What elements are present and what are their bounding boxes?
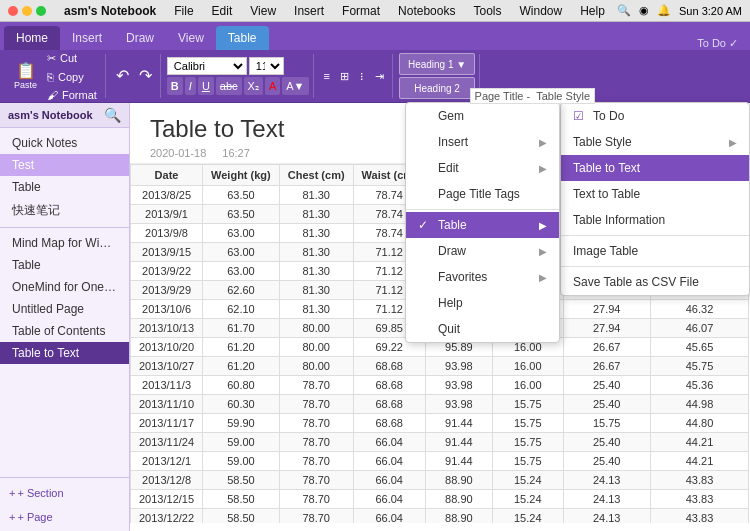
table-cell: 88.90 (425, 509, 492, 524)
submenu-table[interactable]: ✓ Table ▶ (406, 212, 559, 238)
submenu-insert-label: Insert (438, 135, 468, 149)
bullets-button[interactable]: ≡ (320, 68, 334, 84)
table-cell: 91.44 (425, 414, 492, 433)
paste-button[interactable]: 📋 Paste (10, 61, 41, 92)
cut-button[interactable]: ✂ Cut (43, 50, 101, 67)
table-cell: 93.98 (425, 376, 492, 395)
indent-icon: ⇥ (375, 70, 384, 83)
menu-window[interactable]: Window (511, 2, 570, 20)
table-arrow: ▶ (539, 220, 547, 231)
page-tabletotext[interactable]: Table to Text (0, 342, 129, 364)
clock: Sun 3:20 AM (679, 5, 742, 17)
format-button[interactable]: 🖌 Format (43, 87, 101, 103)
align-button[interactable]: ⫶ (355, 68, 369, 84)
tab-table[interactable]: Table (216, 26, 269, 50)
page-mindmap[interactable]: Mind Map for Wind... (0, 232, 129, 254)
heading1-button[interactable]: Heading 1 ▼ (399, 53, 475, 75)
styles-group: Heading 1 ▼ Heading 2 (395, 54, 480, 98)
submenu-gem[interactable]: Gem (406, 103, 559, 129)
submenu-help[interactable]: Help (406, 290, 559, 316)
menu-tablestyle[interactable]: Table Style ▶ (561, 129, 749, 155)
heading2-button[interactable]: Heading 2 (399, 77, 475, 99)
minimize-button[interactable] (22, 6, 32, 16)
maximize-button[interactable] (36, 6, 46, 16)
menu-file[interactable]: File (166, 2, 201, 20)
font-size-select[interactable]: 11 (249, 57, 284, 75)
table-cell: 78.70 (279, 414, 353, 433)
table-cell: 2013/11/17 (131, 414, 203, 433)
font-color-button[interactable]: A (265, 77, 280, 95)
menu-imagetable[interactable]: Image Table (561, 238, 749, 264)
sidebar-search-button[interactable]: 🔍 (104, 107, 121, 123)
menu-tabletotext[interactable]: Table to Text (561, 155, 749, 181)
indent-button[interactable]: ⇥ (371, 68, 388, 85)
table-row: 2013/10/2761.2080.0068.6893.9816.0026.67… (131, 357, 749, 376)
submenu-pagetitletags[interactable]: Page Title Tags (406, 181, 559, 207)
submenu-favorites[interactable]: Favorites ▶ (406, 264, 559, 290)
heading-buttons: Heading 1 ▼ Heading 2 (399, 53, 475, 99)
sidebar-item-table[interactable]: Table (0, 176, 129, 198)
page-tableofcontents[interactable]: Table of Contents (0, 320, 129, 342)
menu-savecsv[interactable]: Save Table as CSV File (561, 269, 749, 295)
menu-tableinfo[interactable]: Table Information (561, 207, 749, 233)
italic-button[interactable]: I (185, 77, 196, 95)
tab-insert[interactable]: Insert (60, 26, 114, 50)
add-section-button[interactable]: + + Section (6, 484, 123, 502)
tab-view[interactable]: View (166, 26, 216, 50)
page-date: 2020-01-18 (150, 147, 206, 159)
app-name[interactable]: asm's Notebook (56, 2, 164, 20)
font-family-select[interactable]: Calibri (167, 57, 247, 75)
page-table[interactable]: Table (0, 254, 129, 276)
menu-view[interactable]: View (242, 2, 284, 20)
underline-button[interactable]: U (198, 77, 214, 95)
table-cell: 44.80 (650, 414, 748, 433)
table-cell: 46.07 (650, 319, 748, 338)
menu-help[interactable]: Help (572, 2, 613, 20)
tab-home[interactable]: Home (4, 26, 60, 50)
draw-arrow: ▶ (539, 246, 547, 257)
menu-tools[interactable]: Tools (465, 2, 509, 20)
page-untitled[interactable]: Untitled Page (0, 298, 129, 320)
sidebar-item-quicknotes[interactable]: Quick Notes (0, 132, 129, 154)
menu-texttotable[interactable]: Text to Table (561, 181, 749, 207)
numbering-button[interactable]: ⊞ (336, 68, 353, 85)
submenu-edit[interactable]: Edit ▶ (406, 155, 559, 181)
undo-button[interactable]: ↶ (112, 66, 133, 86)
favorites-arrow: ▶ (539, 272, 547, 283)
submenu-insert[interactable]: Insert ▶ (406, 129, 559, 155)
tab-draw[interactable]: Draw (114, 26, 166, 50)
font-controls: Calibri 11 B I U abc X₂ A A▼ (167, 57, 309, 95)
search-icon[interactable]: 🔍 (617, 4, 631, 17)
close-button[interactable] (8, 6, 18, 16)
notification-icon[interactable]: 🔔 (657, 4, 671, 17)
table-header-cell: Date (131, 165, 203, 186)
page-onemind[interactable]: OneMind for OneNo... (0, 276, 129, 298)
table-cell: 44.21 (650, 433, 748, 452)
redo-button[interactable]: ↷ (135, 66, 156, 86)
submenu-quit[interactable]: Quit (406, 316, 559, 342)
sidebar-header: asm's Notebook 🔍 (0, 103, 129, 128)
menu-edit[interactable]: Edit (204, 2, 241, 20)
table-cell: 46.32 (650, 300, 748, 319)
strikethrough-button[interactable]: abc (216, 77, 242, 95)
menu-insert[interactable]: Insert (286, 2, 332, 20)
menu-format[interactable]: Format (334, 2, 388, 20)
bold-button[interactable]: B (167, 77, 183, 95)
font-name-row: Calibri 11 (167, 57, 309, 75)
menu-notebooks[interactable]: Notebooks (390, 2, 463, 20)
siri-icon[interactable]: ◉ (639, 4, 649, 17)
subscript-button[interactable]: X₂ (244, 77, 263, 95)
paste-icon: 📋 (16, 63, 36, 79)
submenu-draw[interactable]: Draw ▶ (406, 238, 559, 264)
menu-todo[interactable]: ☑ To Do (561, 103, 749, 129)
table-row: 2013/11/1060.3078.7068.6893.9815.7525.40… (131, 395, 749, 414)
highlight-button[interactable]: A▼ (282, 77, 308, 95)
add-page-button[interactable]: + + Page (6, 508, 56, 526)
sidebar-item-test[interactable]: Test (0, 154, 129, 176)
sidebar-item-notes[interactable]: 快速笔记 (0, 198, 129, 223)
table-cell: 2013/12/15 (131, 490, 203, 509)
menu-savecsv-label: Save Table as CSV File (573, 275, 699, 289)
table-cell: 78.70 (279, 452, 353, 471)
table-cell: 58.50 (203, 490, 280, 509)
copy-button[interactable]: ⎘ Copy (43, 69, 101, 85)
